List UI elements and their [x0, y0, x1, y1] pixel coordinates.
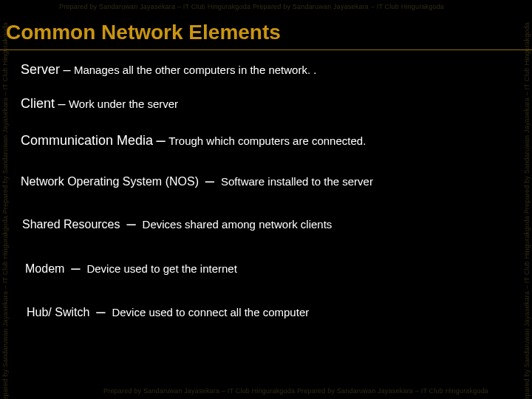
desc: Trough which computers are connected.: [168, 134, 366, 147]
dash: –: [58, 96, 65, 111]
dash: –: [205, 171, 214, 190]
dash: –: [126, 214, 135, 233]
desc: Devices shared among network clients: [143, 218, 332, 231]
desc: Device used to get the internet: [86, 262, 236, 275]
term: Modem: [25, 262, 64, 275]
watermark-bottom: Prepared by Sandaruwan Jayasekara – IT C…: [103, 387, 488, 395]
watermark-left: Prepared by Sandaruwan Jayasekara – IT C…: [1, 22, 9, 399]
term: Server: [21, 62, 60, 77]
term: Hub/ Switch: [27, 306, 89, 318]
dash: –: [63, 62, 70, 77]
dash: –: [157, 131, 166, 149]
item-nos: Network Operating System (NOS) – Softwar…: [21, 170, 511, 192]
desc: Device used to connect all the computer: [112, 306, 309, 318]
item-modem: Modem – Device used to get the internet: [25, 257, 511, 279]
desc: Manages all the other computers in the n…: [74, 64, 317, 76]
desc: Work under the server: [69, 98, 178, 110]
dash: –: [96, 302, 105, 321]
term: Network Operating System (NOS): [21, 175, 199, 188]
item-server: Server – Manages all the other computers…: [21, 61, 511, 78]
item-client: Client – Work under the server: [21, 95, 511, 112]
item-shared-resources: Shared Resources – Devices shared among …: [22, 213, 511, 235]
title-underline: [0, 50, 532, 50]
slide-title: Common Network Elements: [6, 21, 281, 44]
dash: –: [71, 259, 80, 277]
item-communication-media: Communication Media – Trough which compu…: [21, 129, 511, 151]
item-hub-switch: Hub/ Switch – Device used to connect all…: [27, 301, 511, 323]
term: Communication Media: [21, 133, 153, 148]
desc: Software installed to the server: [221, 175, 373, 188]
slide-body: Server – Manages all the other computers…: [21, 61, 511, 339]
term: Client: [21, 96, 55, 111]
watermark-right: Prepared by Sandaruwan Jayasekara – IT C…: [523, 22, 531, 399]
watermark-top: Prepared by Sandaruwan Jayasekara – IT C…: [59, 3, 444, 10]
term: Shared Resources: [22, 218, 120, 231]
